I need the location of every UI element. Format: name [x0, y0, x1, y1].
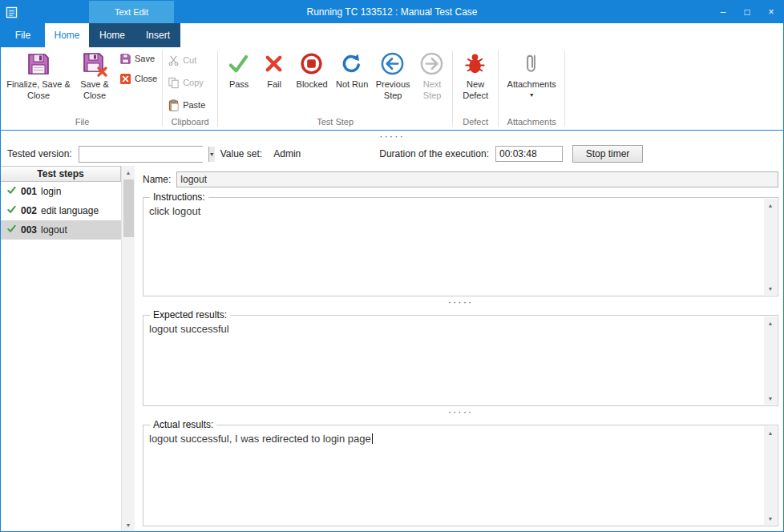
step-name-input[interactable] — [176, 171, 778, 187]
actual-results-textarea[interactable]: logout successful, I was redirected to l… — [149, 433, 758, 522]
tested-version-input[interactable] — [79, 147, 208, 162]
copy-icon — [168, 77, 180, 89]
test-steps-panel: Test steps 001 login 002 edit language — [1, 166, 135, 531]
tab-ctx-insert[interactable]: Insert — [135, 23, 180, 47]
close-red-icon — [119, 73, 131, 85]
maximize-icon[interactable]: □ — [735, 1, 759, 23]
expected-results-textarea[interactable]: logout successful — [149, 323, 758, 402]
ribbon-separator — [564, 50, 565, 127]
paste-button[interactable]: Paste — [165, 97, 208, 113]
fail-button[interactable]: Fail — [257, 49, 291, 116]
window-title: Running TC 133512 : Manual Test Case — [1, 6, 783, 18]
group-label-file: File — [2, 116, 162, 130]
execution-bar: Tested version: ▼ Value set: Admin Durat… — [1, 142, 783, 166]
attachments-button[interactable]: Attachments ▼ — [501, 49, 562, 116]
scrollbar-thumb[interactable] — [123, 179, 134, 237]
steps-scrollbar[interactable]: ▲ ▼ — [121, 166, 135, 531]
close-button[interactable]: Close — [117, 71, 160, 87]
scroll-up-icon[interactable]: ▲ — [764, 426, 778, 439]
scroll-down-icon[interactable]: ▼ — [122, 518, 135, 531]
cut-button[interactable]: Cut — [165, 52, 208, 68]
test-steps-header: Test steps — [1, 166, 121, 182]
save-small-icon — [119, 53, 131, 65]
group-label-test-step: Test Step — [218, 116, 452, 130]
app-icon — [6, 6, 18, 18]
ribbon: Finalize, Save & Close Save & Close Save — [1, 47, 783, 131]
expected-results-label: Expected results: — [150, 309, 230, 320]
instructions-groupbox: Instructions: click logout ▲ ▼ — [143, 197, 778, 296]
test-step-row-2[interactable]: 002 edit language — [1, 201, 121, 220]
app-window: Text Edit Running TC 133512 : Manual Tes… — [0, 0, 784, 532]
actual-scrollbar[interactable]: ▲ ▼ — [764, 426, 777, 525]
fail-x-icon — [261, 51, 287, 77]
instructions-label: Instructions: — [150, 191, 208, 203]
scroll-up-icon[interactable]: ▲ — [122, 166, 135, 179]
save-button[interactable]: Save — [117, 50, 160, 66]
previous-step-button[interactable]: Previous Step — [371, 49, 414, 116]
scroll-down-icon[interactable]: ▼ — [764, 282, 778, 295]
main-body: Test steps 001 login 002 edit language — [1, 166, 783, 531]
instructions-expected-splitter[interactable]: ····· — [143, 296, 778, 308]
blocked-button[interactable]: Blocked — [291, 49, 333, 116]
tab-file[interactable]: File — [1, 23, 45, 47]
pass-check-icon — [226, 51, 252, 77]
expected-scrollbar[interactable]: ▲ ▼ — [764, 316, 777, 405]
test-step-row-1[interactable]: 001 login — [1, 182, 121, 201]
step-label: logout — [41, 224, 67, 236]
ribbon-group-attachments: Attachments ▼ Attachments — [499, 47, 564, 130]
ribbon-group-file: Finalize, Save & Close Save & Close Save — [2, 47, 162, 130]
tested-version-combobox[interactable]: ▼ — [79, 146, 203, 163]
ribbon-splitter[interactable]: ····· — [1, 131, 783, 142]
value-set-value: Admin — [273, 148, 301, 159]
scissors-icon — [168, 54, 180, 66]
group-label-clipboard: Clipboard — [163, 116, 217, 130]
test-step-row-3-selected[interactable]: 003 logout — [1, 220, 121, 240]
new-defect-button[interactable]: New Defect — [455, 49, 495, 116]
actual-results-groupbox: Actual results: logout successful, I was… — [143, 425, 778, 526]
blocked-stop-icon — [299, 51, 325, 77]
not-run-button[interactable]: Not Run — [333, 49, 371, 116]
name-label: Name: — [143, 174, 171, 185]
scroll-up-icon[interactable]: ▲ — [764, 316, 778, 329]
next-arrow-icon — [419, 51, 445, 77]
save-floppy-icon — [26, 51, 51, 77]
step-passed-check-icon — [6, 185, 17, 198]
splitter-dots: ····· — [379, 134, 405, 139]
step-label: login — [41, 186, 61, 197]
splitter-dots: ····· — [448, 300, 474, 304]
save-close-floppy-icon — [82, 51, 107, 77]
next-step-button[interactable]: Next Step — [414, 49, 450, 116]
minimize-icon[interactable]: – — [711, 1, 735, 23]
save-and-close-button[interactable]: Save & Close — [72, 49, 117, 116]
group-label-defect: Defect — [453, 116, 498, 130]
instructions-textarea[interactable]: click logout — [149, 205, 758, 292]
close-window-icon[interactable]: × — [759, 1, 783, 23]
copy-button[interactable]: Copy — [165, 75, 208, 91]
combobox-dropdown-icon[interactable]: ▼ — [208, 147, 215, 162]
expected-results-groupbox: Expected results: logout successful ▲ ▼ — [143, 315, 778, 406]
group-label-attachments: Attachments — [499, 116, 564, 130]
scroll-up-icon[interactable]: ▲ — [764, 199, 778, 212]
value-set-label: Value set: — [220, 148, 262, 159]
contextual-tabs: Home Insert — [89, 23, 180, 47]
not-run-undo-icon — [339, 51, 365, 77]
attachments-dropdown-icon[interactable]: ▼ — [529, 92, 535, 98]
tab-home[interactable]: Home — [45, 23, 89, 47]
stop-timer-button[interactable]: Stop timer — [572, 145, 643, 163]
step-detail-pane: Name: Instructions: click logout ▲ ▼ ···… — [135, 166, 783, 531]
ribbon-group-clipboard: Cut Copy Paste Cl — [163, 47, 217, 130]
paperclip-icon — [519, 51, 544, 77]
expected-actual-splitter[interactable]: ····· — [143, 406, 778, 417]
ribbon-group-defect: New Defect Defect — [453, 47, 498, 130]
scroll-down-icon[interactable]: ▼ — [764, 392, 778, 405]
ribbon-tab-row: File Home Home Insert — [1, 23, 783, 47]
tab-ctx-home[interactable]: Home — [89, 23, 135, 47]
titlebar: Text Edit Running TC 133512 : Manual Tes… — [1, 1, 783, 23]
finalize-save-close-button[interactable]: Finalize, Save & Close — [5, 49, 72, 116]
step-passed-check-icon — [6, 204, 17, 217]
scroll-down-icon[interactable]: ▼ — [764, 512, 778, 525]
instructions-scrollbar[interactable]: ▲ ▼ — [764, 199, 777, 295]
actual-results-label: Actual results: — [150, 419, 216, 430]
pass-button[interactable]: Pass — [220, 49, 257, 116]
duration-input[interactable] — [495, 146, 563, 162]
